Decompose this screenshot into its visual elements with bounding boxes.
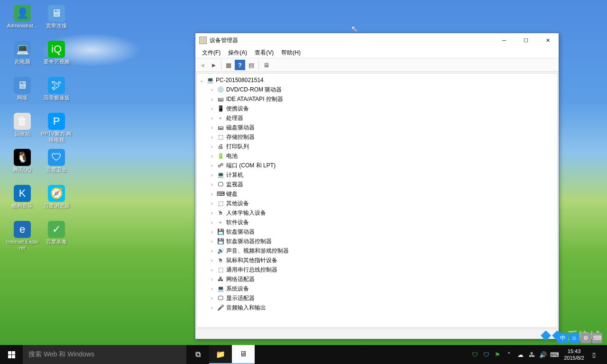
clock[interactable]: 15:43 2015/8/2: [560, 348, 588, 362]
desktop-icon[interactable]: 🛡百度卫士: [40, 148, 73, 182]
minimize-button[interactable]: ─: [493, 34, 515, 47]
titlebar[interactable]: 设备管理器 ─ ☐ ✕: [195, 33, 559, 47]
menu-item[interactable]: 查看(V): [251, 48, 277, 58]
desktop-icon[interactable]: PPPTV聚力 网络电视: [40, 112, 73, 146]
expand-icon[interactable]: ›: [209, 239, 215, 244]
desktop-icon[interactable]: eInternet Explorer: [6, 220, 39, 254]
desktop-icon[interactable]: K酷狗音乐: [6, 184, 39, 218]
show-hide-button[interactable]: ▦: [223, 60, 234, 70]
taskbar-file-explorer[interactable]: 📁: [209, 345, 232, 364]
ime-emoji-button[interactable]: ☺: [569, 333, 579, 343]
desktop-icon[interactable]: 🕊迅雷极速版: [40, 76, 73, 110]
expand-icon[interactable]: ›: [209, 267, 215, 273]
tree-node[interactable]: ›💻计算机: [197, 170, 557, 180]
expand-icon[interactable]: ›: [209, 201, 215, 206]
expand-icon[interactable]: ›: [209, 210, 215, 216]
taskbar-device-manager[interactable]: 🖥: [232, 345, 255, 364]
expand-icon[interactable]: ›: [209, 135, 215, 140]
expand-icon[interactable]: ›: [209, 220, 215, 225]
tree-node[interactable]: ›⬚通用串行总线控制器: [197, 265, 557, 274]
tree-node[interactable]: ›🖨打印队列: [197, 142, 557, 151]
back-button[interactable]: ◄: [197, 60, 208, 70]
tree-node[interactable]: ›💾软盘驱动器: [197, 227, 557, 237]
expand-icon[interactable]: ›: [209, 87, 215, 92]
forward-button[interactable]: ►: [209, 60, 219, 70]
expand-icon[interactable]: ›: [209, 106, 215, 111]
expand-icon[interactable]: ›: [209, 173, 215, 178]
tree-node[interactable]: ›🔋电池: [197, 151, 557, 161]
expand-icon[interactable]: ›: [209, 286, 215, 291]
scan-button[interactable]: 🖥: [261, 60, 271, 70]
tree-node[interactable]: ›⬚其他设备: [197, 199, 557, 208]
expand-icon[interactable]: ›: [209, 182, 215, 187]
desktop-icon[interactable]: 🧭百度浏览器: [40, 184, 73, 218]
expand-icon[interactable]: ›: [209, 277, 215, 282]
tray-flag-icon[interactable]: ⚑: [492, 345, 503, 364]
ime-keyboard-button[interactable]: ⌨: [592, 333, 602, 343]
search-input[interactable]: 搜索 Web 和 Windows: [23, 345, 186, 364]
tray-security-icon[interactable]: 🛡: [469, 345, 480, 364]
expand-icon[interactable]: ›: [209, 97, 215, 102]
maximize-button[interactable]: ☐: [515, 34, 537, 47]
tray-keyboard-icon[interactable]: ⌨: [549, 345, 560, 364]
tree-node[interactable]: ›⬚存储控制器: [197, 132, 557, 142]
desktop-icon[interactable]: ✓百度杀毒: [40, 220, 73, 254]
desktop-icon[interactable]: 💻此电脑: [6, 40, 39, 74]
tree-label: 软件设备: [226, 218, 249, 227]
desktop-icon[interactable]: 🖥网络: [6, 76, 39, 110]
tree-node[interactable]: ›▫软件设备: [197, 218, 557, 227]
menu-item[interactable]: 帮助(H): [277, 48, 304, 58]
tray-network-icon[interactable]: 🖧: [526, 345, 537, 364]
properties-button[interactable]: ▤: [246, 60, 257, 70]
tree-node[interactable]: ›🖱鼠标和其他指针设备: [197, 255, 557, 265]
tree-node[interactable]: ›🖱人体学输入设备: [197, 208, 557, 218]
tree-node[interactable]: ›⌨键盘: [197, 189, 557, 199]
device-tree[interactable]: ⌄💻PC-201508021514›💿DVD/CD-ROM 驱动器›🖴IDE A…: [196, 73, 558, 328]
expand-icon[interactable]: ›: [209, 144, 215, 149]
menu-item[interactable]: 文件(F): [198, 48, 224, 58]
start-button[interactable]: [0, 345, 23, 364]
tree-node[interactable]: ›▫处理器: [197, 113, 557, 123]
expand-icon[interactable]: ›: [209, 116, 215, 121]
tree-node[interactable]: ›🎤音频输入和输出: [197, 303, 557, 312]
tray-chevron-icon[interactable]: ˄: [503, 345, 515, 364]
desktop-icon[interactable]: 🖥宽带连接: [40, 4, 73, 38]
action-center-icon[interactable]: ▯: [588, 345, 599, 364]
expand-icon[interactable]: ›: [209, 191, 215, 197]
desktop-icon[interactable]: 🗑回收站: [6, 112, 39, 146]
tree-node[interactable]: ›🖵监视器: [197, 180, 557, 189]
tray-onedrive-icon[interactable]: ☁: [515, 345, 526, 364]
tray-volume-icon[interactable]: 🔊: [537, 345, 549, 364]
tree-node[interactable]: ›🖴IDE ATA/ATAPI 控制器: [197, 94, 557, 104]
expand-icon[interactable]: ›: [209, 125, 215, 130]
tree-node[interactable]: ›🖵显示适配器: [197, 293, 557, 303]
tree-node[interactable]: ›🖴磁盘驱动器: [197, 123, 557, 132]
tree-node[interactable]: ›☍端口 (COM 和 LPT): [197, 161, 557, 170]
help-button[interactable]: ?: [235, 60, 245, 70]
ime-lang-button[interactable]: 中: [558, 333, 568, 343]
task-view-button[interactable]: ⧉: [186, 345, 209, 364]
desktop-icon[interactable]: iQ爱奇艺视频: [40, 40, 73, 74]
tree-node[interactable]: ›💻系统设备: [197, 284, 557, 293]
tree-node[interactable]: ›💿DVD/CD-ROM 驱动器: [197, 85, 557, 94]
expand-icon[interactable]: ›: [209, 154, 215, 159]
menu-item[interactable]: 操作(A): [224, 48, 251, 58]
close-button[interactable]: ✕: [537, 34, 559, 47]
expand-icon[interactable]: ›: [209, 163, 215, 168]
expand-icon[interactable]: ›: [209, 296, 215, 301]
tree-root[interactable]: ⌄💻PC-201508021514: [197, 75, 557, 85]
tree-node[interactable]: ›💾软盘驱动器控制器: [197, 237, 557, 246]
expand-icon[interactable]: ›: [209, 258, 215, 263]
tray-defender-icon[interactable]: 🛡: [480, 345, 492, 364]
desktop-icon[interactable]: 👤Administrat...: [6, 4, 39, 38]
tree-node[interactable]: ›📱便携设备: [197, 104, 557, 113]
expand-icon[interactable]: ›: [209, 248, 215, 254]
expand-icon[interactable]: ›: [209, 305, 215, 310]
ime-settings-button[interactable]: ⚙: [580, 333, 591, 343]
expand-icon[interactable]: ›: [209, 229, 215, 235]
desktop-icon[interactable]: 🐧腾讯QQ: [6, 148, 39, 182]
tree-node[interactable]: ›🖧网络适配器: [197, 274, 557, 284]
tree-node[interactable]: ›🔊声音、视频和游戏控制器: [197, 246, 557, 255]
show-desktop-button[interactable]: [599, 345, 607, 364]
collapse-icon[interactable]: ⌄: [199, 78, 204, 83]
